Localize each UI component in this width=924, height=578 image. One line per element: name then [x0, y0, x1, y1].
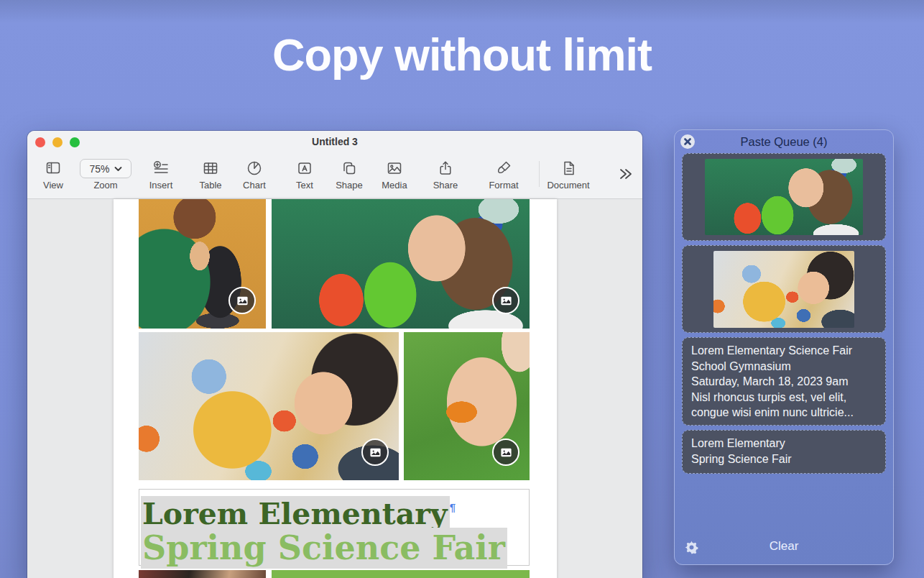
chart-button[interactable]: Chart: [238, 158, 271, 191]
green-block-partial[interactable]: [272, 570, 530, 578]
paste-queue-panel: Paste Queue (4) Lorem Elementary Science…: [674, 129, 894, 565]
queue-item-image-flasks[interactable]: [682, 153, 886, 241]
headline-text-box[interactable]: Lorem Elementary¶ Spring Science Fair: [139, 489, 530, 566]
clear-queue-button[interactable]: Clear: [675, 539, 893, 554]
photo-girl-with-flasks[interactable]: [272, 199, 530, 329]
zoom-value: 75%: [89, 163, 109, 175]
photo-hand-holding-butterfly[interactable]: [404, 332, 530, 480]
text-button[interactable]: Text: [290, 158, 320, 191]
document-canvas: Lorem Elementary¶ Spring Science Fair: [27, 199, 642, 578]
view-button[interactable]: View: [37, 158, 69, 191]
text-box-icon: [290, 158, 320, 178]
media-placeholder-icon[interactable]: [361, 439, 389, 466]
text-label: Text: [290, 180, 320, 191]
share-label: Share: [428, 180, 463, 191]
chart-label: Chart: [238, 180, 271, 191]
document-page[interactable]: Lorem Elementary¶ Spring Science Fair: [114, 199, 557, 578]
format-button[interactable]: Format: [483, 158, 525, 191]
format-label: Format: [483, 180, 525, 191]
toolbar-divider: [539, 161, 540, 187]
photo-boy-with-solar-system[interactable]: [139, 332, 399, 480]
view-label: View: [37, 180, 69, 191]
solar-system-thumbnail: [713, 251, 854, 328]
queue-text: Lorem Elementary Spring Science Fair: [683, 431, 885, 472]
media-placeholder-icon[interactable]: [228, 287, 256, 314]
zoom-label: Zoom: [80, 180, 131, 191]
headline-line-2: Spring Science Fair: [141, 528, 507, 569]
chevron-down-icon: [114, 166, 122, 172]
shape-label: Shape: [330, 180, 369, 191]
media-placeholder-icon[interactable]: [492, 287, 519, 314]
pie-chart-icon: [238, 158, 271, 178]
document-button[interactable]: Document: [542, 158, 595, 191]
media-button[interactable]: Media: [376, 158, 413, 191]
insert-label: Insert: [142, 180, 180, 191]
pages-window: Untitled 3 View 75% Zoom Insert: [27, 131, 642, 578]
queue-item-text-title[interactable]: Lorem Elementary Spring Science Fair: [682, 430, 886, 474]
sidebar-icon: [37, 158, 69, 178]
photo-icon: [376, 158, 413, 178]
paragraph-mark: ¶: [450, 501, 456, 513]
window-title: Untitled 3: [27, 136, 642, 147]
queue-item-image-solar-system[interactable]: [682, 245, 886, 333]
paste-queue-header: Paste Queue (4): [675, 130, 893, 154]
shape-button[interactable]: Shape: [330, 158, 369, 191]
paste-queue-title: Paste Queue (4): [675, 135, 893, 149]
toolbar-overflow-button[interactable]: [615, 164, 637, 184]
paintbrush-icon: [483, 158, 525, 178]
queue-item-text-event-details[interactable]: Lorem Elementary Science Fair School Gym…: [682, 337, 886, 426]
chevron-double-right-icon: [615, 164, 637, 184]
insert-button[interactable]: Insert: [142, 158, 180, 191]
share-button[interactable]: Share: [428, 158, 463, 191]
table-label: Table: [193, 180, 228, 191]
shapes-icon: [330, 158, 369, 178]
insert-icon: [142, 158, 180, 178]
photo-boy-with-microscope[interactable]: [139, 199, 266, 329]
media-placeholder-icon[interactable]: [492, 439, 519, 466]
media-label: Media: [376, 180, 413, 191]
table-icon: [193, 158, 228, 178]
flasks-thumbnail: [705, 159, 863, 235]
document-label: Document: [542, 180, 595, 191]
table-button[interactable]: Table: [193, 158, 228, 191]
window-titlebar: Untitled 3: [27, 131, 642, 154]
document-icon: [542, 158, 595, 178]
queue-text: Lorem Elementary Science Fair School Gym…: [683, 338, 885, 426]
share-icon: [428, 158, 463, 178]
zoom-dropdown[interactable]: 75%: [80, 159, 131, 178]
photo-girl-portrait-partial[interactable]: [139, 570, 266, 578]
zoom-control[interactable]: 75% Zoom: [80, 158, 131, 191]
hero-title: Copy without limit: [0, 29, 924, 81]
toolbar: View 75% Zoom Insert Table Chart: [27, 154, 642, 199]
